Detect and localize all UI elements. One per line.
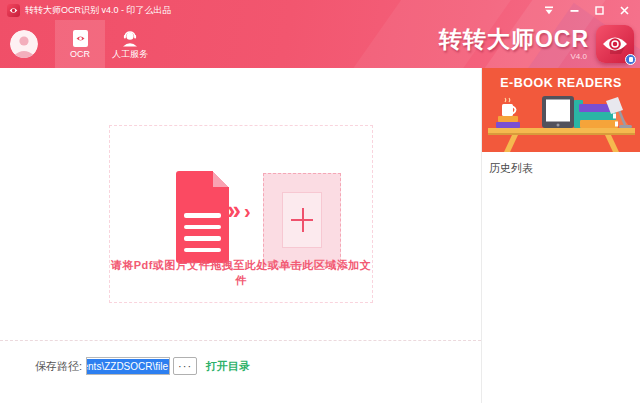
tab-manual-service[interactable]: 人工服务 xyxy=(105,20,155,68)
maximize-button[interactable] xyxy=(590,3,608,17)
logo-app-icon xyxy=(596,25,634,63)
single-chevron-icon: › xyxy=(244,201,251,221)
maximize-icon xyxy=(595,6,604,15)
doc-line xyxy=(184,236,221,241)
tab-ocr[interactable]: OCR xyxy=(55,20,105,68)
ocr-document-icon xyxy=(73,30,88,47)
hint-prefix: 请将 xyxy=(111,259,134,271)
plus-vertical-bar xyxy=(302,208,304,232)
dropdown-menu-icon xyxy=(544,6,554,15)
dropzone-hint: 请将Pdf或图片文件拖拽至此处或单击此区域添加文件 xyxy=(110,258,372,288)
app-window: 转转大师OCR识别 v4.0 - 印了么出品 xyxy=(0,0,640,403)
save-path-input[interactable]: -4\Documents\ZZDSOCR\file xyxy=(86,357,170,375)
save-path-bar: 保存路径: -4\Documents\ZZDSOCR\file ··· 打开目录 xyxy=(0,356,481,376)
sidebar: E-BOOK READERS 历史列表 xyxy=(481,68,640,403)
history-list-label: 历史列表 xyxy=(482,152,640,185)
hint-bold: Pdf xyxy=(134,259,153,271)
eye-icon xyxy=(602,34,628,54)
logo-version: V4.0 xyxy=(571,52,587,61)
file-badge-icon xyxy=(625,54,636,65)
doc-line xyxy=(184,248,221,253)
doc-line xyxy=(184,225,221,230)
content-row: » › 请将Pdf或图片文件拖拽至此处或单击此区域添加文件 保存路径: - xyxy=(0,68,640,403)
customer-service-icon xyxy=(121,30,139,47)
add-file-target[interactable] xyxy=(263,173,341,267)
app-icon xyxy=(7,4,20,17)
doc-line xyxy=(184,213,221,218)
page-fold xyxy=(213,171,229,187)
document-text-lines xyxy=(184,213,221,252)
logo: 转转大师OCR V4.0 xyxy=(439,20,634,68)
eye-icon xyxy=(9,7,18,14)
menu-button[interactable] xyxy=(540,3,558,17)
close-button[interactable] xyxy=(615,3,633,17)
hint-suffix: 或图片文件拖拽至此处或单击此区域添加文件 xyxy=(153,259,372,286)
minimize-button[interactable] xyxy=(565,3,583,17)
app-header-area: 转转大师OCR识别 v4.0 - 印了么出品 xyxy=(0,0,640,68)
ebook-banner[interactable]: E-BOOK READERS xyxy=(482,68,640,152)
banner-title: E-BOOK READERS xyxy=(482,76,640,90)
user-icon xyxy=(10,30,38,58)
open-directory-link[interactable]: 打开目录 xyxy=(206,359,250,374)
save-path-value: -4\Documents\ZZDSOCR\file xyxy=(86,359,169,374)
tab-ocr-label: OCR xyxy=(70,50,90,59)
save-path-label: 保存路径: xyxy=(35,359,82,374)
minimize-icon xyxy=(570,6,579,15)
main-area: » › 请将Pdf或图片文件拖拽至此处或单击此区域添加文件 保存路径: - xyxy=(0,68,481,403)
titlebar: 转转大师OCR识别 v4.0 - 印了么出品 xyxy=(0,0,640,20)
divider xyxy=(0,340,481,341)
window-controls xyxy=(540,3,633,17)
close-icon xyxy=(620,6,629,15)
avatar[interactable] xyxy=(10,30,38,58)
logo-text: 转转大师OCR V4.0 xyxy=(439,28,589,61)
double-chevron-icon: » xyxy=(227,198,241,223)
main-header: OCR 人工服务 转转大师OCR V4.0 xyxy=(0,20,640,68)
file-dropzone[interactable]: » › 请将Pdf或图片文件拖拽至此处或单击此区域添加文件 xyxy=(109,125,373,303)
pdf-file-icon xyxy=(176,171,229,263)
plus-icon xyxy=(282,192,322,248)
window-title: 转转大师OCR识别 v4.0 - 印了么出品 xyxy=(25,4,172,17)
logo-title: 转转大师OCR xyxy=(439,28,589,51)
transfer-arrows: » › xyxy=(227,198,251,223)
browse-button[interactable]: ··· xyxy=(173,357,197,375)
tab-manual-service-label: 人工服务 xyxy=(112,50,148,59)
